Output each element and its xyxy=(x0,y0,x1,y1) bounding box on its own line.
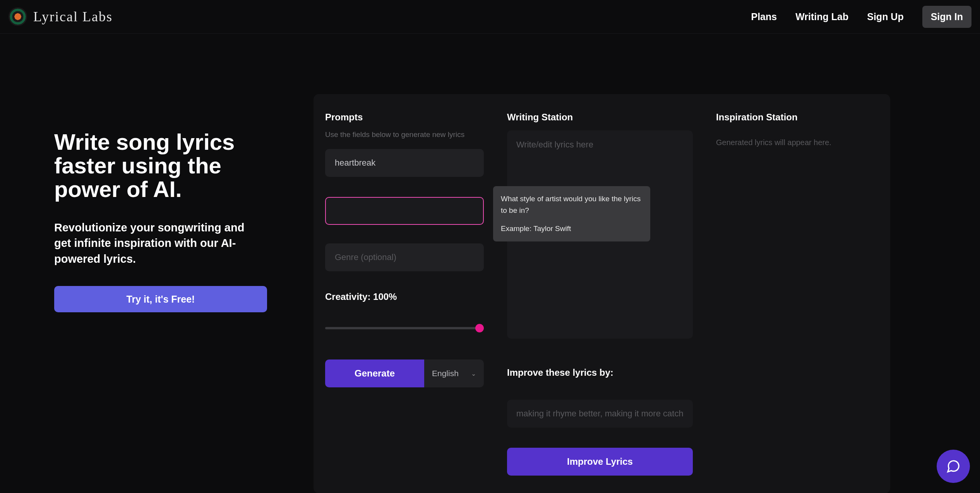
language-value: English xyxy=(432,369,459,378)
artist-tooltip: What style of artist would you like the … xyxy=(493,186,650,241)
nav-writing-lab[interactable]: Writing Lab xyxy=(795,11,848,22)
hero-headline: Write song lyrics faster using the power… xyxy=(54,130,271,201)
header: Lyrical Labs Plans Writing Lab Sign Up S… xyxy=(0,0,980,34)
writing-station-column: Writing Station Improve these lyrics by:… xyxy=(507,112,693,476)
app-panel: Prompts Use the fields below to generate… xyxy=(314,94,890,493)
try-free-button[interactable]: Try it, it's Free! xyxy=(54,286,267,312)
top-nav: Plans Writing Lab Sign Up Sign In xyxy=(751,6,972,28)
slider-track xyxy=(325,327,484,329)
main: Write song lyrics faster using the power… xyxy=(0,34,980,493)
creativity-slider[interactable] xyxy=(325,324,484,332)
improve-lyrics-button[interactable]: Improve Lyrics xyxy=(507,448,693,476)
prompts-title: Prompts xyxy=(325,112,484,123)
chevron-down-icon: ⌄ xyxy=(471,370,476,377)
creativity-label: Creativity: 100% xyxy=(325,291,484,302)
logo-text: Lyrical Labs xyxy=(33,9,113,25)
chat-bubble-button[interactable] xyxy=(937,450,970,483)
slider-thumb[interactable] xyxy=(475,324,484,332)
generate-button[interactable]: Generate xyxy=(325,359,424,387)
tooltip-line-1: What style of artist would you like the … xyxy=(501,193,642,217)
generate-row: Generate English ⌄ xyxy=(325,359,484,387)
genre-input[interactable] xyxy=(325,243,484,271)
hero-sub: Revolutionize your songwriting and get i… xyxy=(54,220,259,267)
hero: Write song lyrics faster using the power… xyxy=(54,94,271,493)
inspiration-title: Inspiration Station xyxy=(716,112,902,123)
logo[interactable]: Lyrical Labs xyxy=(9,7,113,26)
topic-input[interactable] xyxy=(325,149,484,177)
tooltip-line-2: Example: Taylor Swift xyxy=(501,223,642,235)
prompts-hint: Use the fields below to generate new lyr… xyxy=(325,130,484,139)
inspiration-station-column: Inspiration Station Generated lyrics wil… xyxy=(716,112,902,476)
logo-icon xyxy=(9,7,27,26)
writing-title: Writing Station xyxy=(507,112,693,123)
sign-in-button[interactable]: Sign In xyxy=(922,6,971,28)
language-select[interactable]: English ⌄ xyxy=(424,359,484,387)
improve-input[interactable] xyxy=(507,400,693,428)
nav-sign-up[interactable]: Sign Up xyxy=(867,11,903,22)
chat-icon xyxy=(946,459,961,474)
prompts-column: Prompts Use the fields below to generate… xyxy=(325,112,484,476)
improve-label: Improve these lyrics by: xyxy=(507,367,693,378)
inspiration-placeholder: Generated lyrics will appear here. xyxy=(716,138,902,147)
artist-style-input[interactable] xyxy=(325,197,484,225)
nav-plans[interactable]: Plans xyxy=(751,11,777,22)
